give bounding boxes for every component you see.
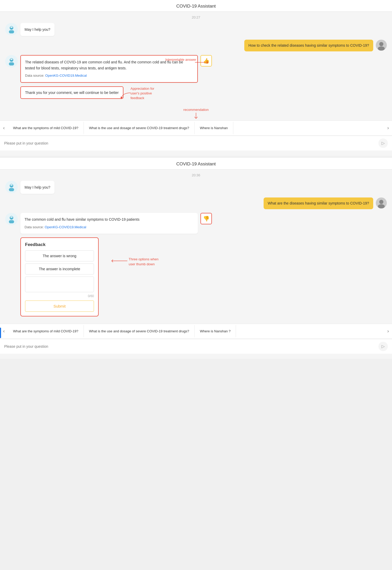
data-source-label-1: Data source:: [25, 74, 44, 77]
svg-rect-23: [9, 220, 14, 223]
appreciation-annotation: Appreciation for user's positive feedbac…: [130, 86, 154, 101]
screen1: COVID-19 Assistant 20:27 + May I help yo…: [0, 0, 392, 156]
svg-rect-10: [9, 62, 14, 65]
screen2: COVID-19 Assistant 20:36 + May I help yo…: [0, 158, 392, 359]
data-source-2: Data source: OpenKG-COVID19.Medical: [25, 225, 194, 230]
bot-greeting-row-2: + May I help you?: [5, 181, 387, 194]
feedback-title: Feedback: [25, 242, 94, 247]
send-btn-1[interactable]: ▷: [378, 139, 388, 148]
user-question-bubble-1: How to check the related diseases having…: [244, 40, 373, 51]
feedback-section: Feedback The answer is wrong The answer …: [5, 237, 387, 320]
svg-rect-15: [9, 188, 14, 191]
screen-divider: [0, 156, 392, 158]
svg-rect-2: [9, 30, 14, 33]
rec-pill-1-2[interactable]: Where is Nanshan: [195, 122, 233, 134]
user-question-text-2: What are the diseases having similar sym…: [268, 201, 369, 205]
bot-avatar-answer-2: +: [5, 213, 18, 225]
chat-input-2[interactable]: [4, 342, 376, 351]
feedback-panel: Feedback The answer is wrong The answer …: [20, 237, 99, 316]
rec-pill-2-2[interactable]: Where is Nanshan ?: [195, 325, 236, 337]
feedback-char-count: 0/60: [25, 294, 94, 298]
rec-pill-2-1[interactable]: What is the use and dosage of severe COV…: [84, 325, 195, 337]
input-area-1: ▷: [0, 136, 392, 151]
bot-answer-section-1: + The related diseases of COVID-19 are c…: [5, 55, 387, 83]
rec-right-arrow-1[interactable]: ›: [384, 121, 392, 135]
chat-area-1: + May I help you? How to check the relat…: [0, 23, 392, 121]
feedback-submit-btn[interactable]: Submit: [25, 301, 94, 312]
feedback-option-1[interactable]: The answer is wrong: [25, 250, 94, 261]
three-options-text: Three options when user thumb down: [129, 257, 158, 267]
thumb-down-icon-2: 👎: [203, 215, 210, 222]
three-options-annotation: Three options when user thumb down: [106, 253, 138, 270]
user-question-row-2: What are the diseases having similar sym…: [5, 197, 387, 209]
recommendation-arrow: [191, 113, 201, 121]
user-question-text-1: How to check the related diseases having…: [248, 43, 369, 47]
user-avatar-1: [376, 40, 387, 51]
rec-pill-2-0[interactable]: What are the symptoms of mild COVID-19?: [8, 325, 84, 337]
send-icon-2: ▷: [382, 344, 385, 349]
rec-left-arrow-1[interactable]: ‹: [0, 121, 8, 135]
input-area-2: ▷: [0, 339, 392, 354]
svg-text:+: +: [11, 184, 12, 187]
recommendation-label: recommendation: [5, 108, 387, 112]
bot-avatar-1: +: [5, 23, 18, 35]
svg-point-7: [378, 46, 385, 51]
rec-right-arrow-2[interactable]: ›: [384, 324, 392, 339]
bot-answer-row-1: + The related diseases of COVID-19 are c…: [5, 55, 387, 83]
rec-pills-container-1: What are the symptoms of mild COVID-19? …: [8, 122, 384, 134]
thank-you-text: Thank you for your comment, we will cont…: [25, 91, 119, 95]
user-avatar-2: [376, 197, 387, 208]
thank-you-bubble: Thank you for your comment, we will cont…: [20, 86, 123, 99]
feedback-textarea[interactable]: [25, 277, 94, 292]
bot-avatar-2: +: [5, 181, 18, 193]
user-question-bubble-2: What are the diseases having similar sym…: [264, 197, 373, 209]
user-question-row-1: How to check the related diseases having…: [5, 40, 387, 51]
recommendation-pills-1: ‹ What are the symptoms of mild COVID-19…: [0, 121, 392, 136]
send-icon-1: ▷: [382, 141, 385, 146]
data-source-link-1[interactable]: OpenKG-COVID19.Medical: [45, 74, 87, 77]
data-source-1: Data source: OpenKG-COVID19.Medical: [25, 73, 193, 79]
rec-pill-1-1[interactable]: What is the use and dosage of severe COV…: [84, 122, 195, 134]
recommendation-section: recommendation: [5, 108, 387, 121]
rec-pills-container-2: What are the symptoms of mild COVID-19? …: [8, 325, 384, 337]
rec-pill-1-0[interactable]: What are the symptoms of mild COVID-19?: [8, 122, 84, 134]
recommendation-pills-2: ‹ What are the symptoms of mild COVID-19…: [0, 324, 392, 339]
bot-avatar-answer-1: +: [5, 55, 18, 68]
thank-you-section: Thank you for your comment, we will cont…: [5, 86, 387, 103]
chat-title-2: COVID-19 Assistant: [176, 161, 216, 166]
rec-left-arrow-2[interactable]: ‹: [0, 324, 8, 339]
feedback-option-2[interactable]: The answer is incomplete: [25, 263, 94, 274]
blue-indicator: [0, 328, 1, 338]
bot-greeting-text-2: May I help you?: [25, 185, 50, 189]
svg-point-20: [378, 204, 385, 208]
bot-greeting-bubble-1: May I help you?: [20, 23, 55, 36]
thumb-down-section: 👎: [200, 213, 212, 224]
svg-text:+: +: [11, 216, 12, 219]
bot-answer-text-2: The common cold and flu have similar sym…: [25, 217, 139, 221]
data-source-label-2: Data source:: [25, 225, 44, 229]
interpretable-annotation: Interpretable answer: [165, 58, 196, 62]
bot-answer-text-1: The related diseases of COVID-19 are com…: [25, 60, 183, 70]
svg-point-19: [379, 200, 383, 204]
thumb-down-btn-2[interactable]: 👎: [200, 213, 212, 224]
bot-greeting-row-1: + May I help you?: [5, 23, 387, 36]
chat-header-2: COVID-19 Assistant: [0, 158, 392, 170]
chat-header-1: COVID-19 Assistant: [0, 0, 392, 12]
data-source-link-2[interactable]: OpenKG-COVID19.Medical: [45, 225, 86, 229]
svg-point-6: [379, 42, 383, 46]
chat-area-2: + May I help you? What are the diseases …: [0, 181, 392, 320]
svg-text:+: +: [11, 58, 12, 61]
chat-input-1[interactable]: [4, 139, 376, 147]
bot-answer-row-2: + The common cold and flu have similar s…: [5, 213, 387, 233]
bot-greeting-bubble-2: May I help you?: [20, 181, 55, 194]
chat-title-1: COVID-19 Assistant: [176, 4, 216, 9]
timestamp-2: 20:36: [0, 173, 392, 177]
svg-text:+: +: [11, 26, 12, 29]
bot-answer-bubble-2: The common cold and flu have similar sym…: [20, 213, 198, 233]
timestamp-1: 20:27: [0, 15, 392, 19]
bot-greeting-text-1: May I help you?: [25, 27, 50, 32]
send-btn-2[interactable]: ▷: [378, 342, 388, 351]
thumb-up-section: 👍 Interpretable answer: [200, 55, 212, 67]
